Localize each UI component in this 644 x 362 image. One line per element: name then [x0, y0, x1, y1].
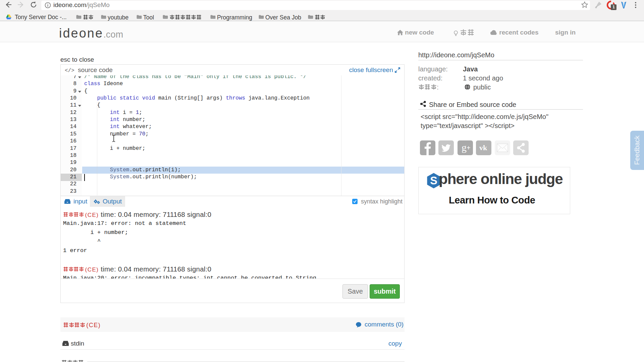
svg-text:vk: vk — [479, 143, 487, 152]
svg-text:g: g — [462, 142, 467, 153]
svg-text:+: + — [467, 144, 471, 152]
svg-text:S: S — [430, 175, 437, 187]
